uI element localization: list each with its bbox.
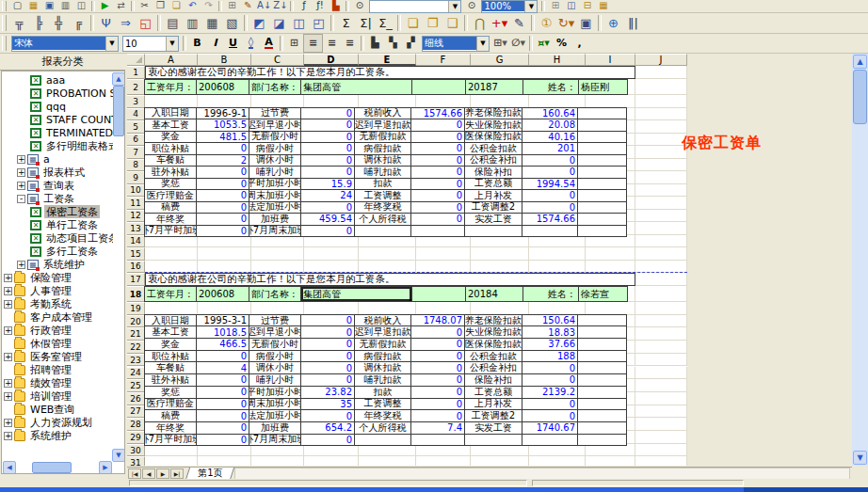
sidebar-item-单行工资条[interactable]: ✕单行工资条: [2, 218, 113, 231]
sidebar-item-休假管理[interactable]: 休假管理: [2, 337, 113, 350]
grid-cell[interactable]: [635, 354, 687, 367]
payslip-cell[interactable]: 法定加班小时: [249, 409, 301, 422]
pattern-1-button[interactable]: ▙: [366, 35, 384, 52]
print-icon[interactable]: ▥: [57, 1, 73, 12]
payslip-cell[interactable]: 1574.66: [522, 213, 578, 226]
grid-cell[interactable]: [635, 405, 687, 419]
sidebar-item-TERMINATED REPORT[interactable]: ✕TERMINATED REPORT: [2, 126, 113, 139]
tree-expander-icon[interactable]: +: [4, 432, 12, 440]
tree-expander-icon[interactable]: +: [17, 182, 25, 190]
payslip-cell[interactable]: 保险补扣: [464, 373, 522, 387]
payslip-cell[interactable]: 0: [196, 398, 249, 411]
grid-cell[interactable]: [635, 66, 687, 79]
payslip-cell[interactable]: 调休小时: [249, 361, 301, 374]
payslip-cell[interactable]: [577, 189, 627, 202]
barcode-icon[interactable]: ‖|: [623, 14, 643, 32]
column-header-D[interactable]: D: [304, 54, 359, 66]
payslip-cell[interactable]: 迟到早退扣款: [354, 119, 411, 132]
payslip-cell[interactable]: 公积金补扣: [464, 154, 522, 167]
payslip-cell[interactable]: 0: [300, 225, 355, 238]
payslip-cell[interactable]: 0: [196, 213, 249, 226]
payslip-cell[interactable]: [577, 213, 627, 226]
payslip-cell[interactable]: 稿费: [144, 409, 197, 422]
function-wizard-icon[interactable]: ƒ!: [312, 1, 328, 12]
payslip-cell[interactable]: 0: [410, 409, 465, 422]
row-header-14[interactable]: 14: [127, 235, 145, 248]
find-next-icon[interactable]: ⊙: [463, 1, 479, 12]
sidebar-item-PROBATION SUMMARY[interactable]: ✕PROBATION SUMMARY: [2, 87, 113, 100]
grid-cell[interactable]: [635, 392, 687, 405]
payslip-cell[interactable]: 养老保险扣款: [464, 107, 522, 120]
payslip-cell[interactable]: 0: [410, 154, 465, 167]
column-header-C[interactable]: C: [251, 54, 304, 66]
row-header-21[interactable]: 21: [127, 327, 145, 341]
payslip-cell[interactable]: 1018.5: [196, 325, 249, 339]
payslip-cell[interactable]: [577, 178, 627, 191]
sidebar-item-培训管理[interactable]: +培训管理: [2, 389, 113, 403]
payslip-cell[interactable]: 税前收入: [354, 107, 411, 120]
select-all-corner[interactable]: [127, 54, 145, 66]
column-header-E[interactable]: E: [359, 54, 416, 66]
grid-cell[interactable]: [198, 261, 251, 274]
sidebar-item-行政管理[interactable]: +行政管理: [2, 324, 113, 337]
payslip-cell[interactable]: 0: [300, 201, 355, 214]
tree-vscroll-thumb[interactable]: [113, 86, 124, 136]
payslip-cell[interactable]: 0: [522, 409, 578, 422]
sidebar-item-医务室管理[interactable]: +医务室管理: [2, 350, 113, 363]
payslip-cell[interactable]: 0: [410, 398, 465, 411]
snapshot-icon[interactable]: ▣: [576, 14, 596, 32]
tree-scroll-right-icon[interactable]: ▶: [99, 461, 112, 474]
payslip-header-cell[interactable]: 集团高管: [300, 79, 412, 95]
payslip-cell[interactable]: 0: [410, 386, 465, 399]
payslip-cell[interactable]: 补7月平时加班: [144, 434, 197, 447]
payslip-cell[interactable]: 150.64: [522, 314, 578, 327]
payslip-cell[interactable]: 车餐贴: [144, 154, 197, 167]
payslip-cell[interactable]: 0: [196, 421, 249, 435]
payslip-cell[interactable]: [577, 434, 627, 447]
font-name-value[interactable]: 宋体: [12, 37, 105, 50]
payslip-cell[interactable]: 奖惩: [144, 386, 197, 399]
payslip-cell[interactable]: 0: [300, 409, 355, 422]
payslip-cell[interactable]: 补7月平时加班: [144, 225, 197, 238]
sidebar-item-招聘管理[interactable]: 招聘管理: [2, 363, 113, 376]
scroll-down-icon[interactable]: ▼: [853, 451, 867, 465]
payslip-cell[interactable]: 0: [522, 201, 578, 214]
report-grid-2-icon[interactable]: ▥: [183, 14, 202, 32]
grid-cell[interactable]: [635, 261, 687, 274]
payslip-cell[interactable]: 0: [196, 373, 249, 387]
payslip-cell[interactable]: 医疗理赔金: [144, 398, 197, 411]
payslip-cell[interactable]: 加班费: [249, 421, 301, 435]
payslip-cell[interactable]: 0: [196, 225, 249, 238]
grid-cell[interactable]: [635, 341, 687, 354]
chevron-down-icon[interactable]: ▼: [524, 1, 537, 12]
sidebar-item-报表样式[interactable]: +▦报表样式: [2, 166, 113, 179]
payslip-cell[interactable]: 工资总额: [464, 386, 522, 399]
chevron-down-icon[interactable]: ▼: [105, 37, 118, 51]
sum-column-icon[interactable]: Σ_: [376, 14, 395, 32]
grid-cell[interactable]: [635, 379, 687, 392]
payslip-cell[interactable]: 无薪假扣款: [354, 131, 411, 144]
payslip-cell[interactable]: 0: [196, 201, 249, 214]
grid-cell[interactable]: [251, 247, 304, 261]
payslip-cell[interactable]: 无薪假小时: [249, 131, 301, 144]
toolbar-grip[interactable]: [2, 36, 7, 51]
row-header-9[interactable]: 9: [127, 171, 145, 184]
payslip-cell[interactable]: 公积金扣款: [464, 350, 522, 363]
payslip-cell[interactable]: [577, 131, 627, 144]
payslip-cell[interactable]: 过节费: [249, 107, 301, 120]
sidebar-item-动态项目工资条[interactable]: ✕动态项目工资条: [2, 231, 113, 245]
payslip-cell[interactable]: [577, 338, 627, 351]
payslip-header-cell[interactable]: 200608: [196, 79, 249, 95]
payslip-cell[interactable]: 法定加班小时: [249, 201, 301, 214]
merge-center-button[interactable]: ⊞: [285, 35, 303, 52]
payslip-header-cell[interactable]: 20187: [465, 79, 523, 95]
payslip-cell[interactable]: 保险补扣: [464, 166, 522, 179]
payslip-cell[interactable]: 20.08: [522, 119, 578, 132]
payslip-cell[interactable]: 上月补发: [464, 398, 522, 411]
sidebar-item-保险管理[interactable]: +保险管理: [2, 271, 113, 284]
sidebar-item-保密工资条[interactable]: ✕保密工资条: [2, 205, 113, 218]
payslip-cell[interactable]: 0: [522, 373, 578, 387]
row-display-icon[interactable]: ╔: [69, 14, 88, 32]
print-preview-icon[interactable]: ◫: [73, 1, 89, 12]
area-format-1-icon[interactable]: ◩: [249, 14, 269, 32]
